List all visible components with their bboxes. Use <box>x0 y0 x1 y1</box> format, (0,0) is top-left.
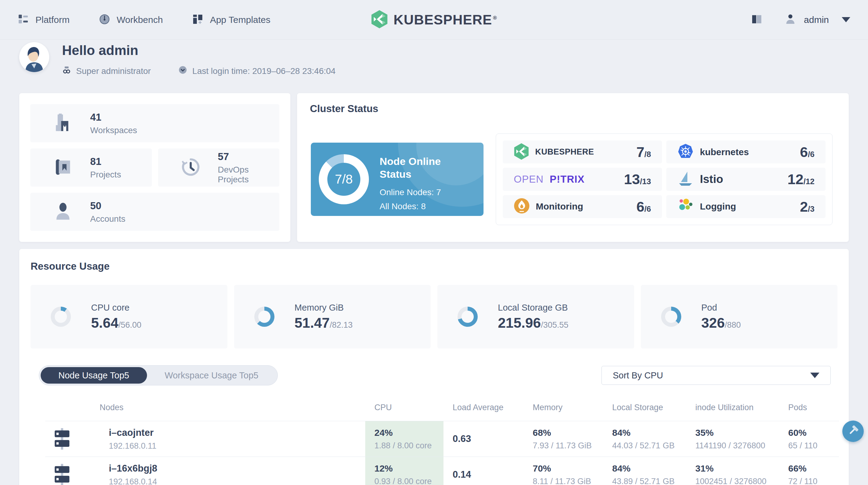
memory-cell: 70% 8.11 / 11.73 GiB <box>524 457 603 485</box>
cpu-percent: 12% <box>374 463 443 474</box>
service-name: kubernetes <box>700 147 749 157</box>
inode-percent: 31% <box>695 463 779 474</box>
service-name: Istio <box>700 173 723 186</box>
stat-devops-projects[interactable]: 57 DevOps Projects <box>158 149 280 187</box>
nav-platform[interactable]: Platform <box>18 14 70 26</box>
platform-icon <box>18 14 29 26</box>
last-login-label: Last login time: 2019–06–28 23:46:04 <box>192 66 336 76</box>
node-ip: 192.168.0.14 <box>88 477 365 485</box>
metric-label: CPU core <box>91 303 142 313</box>
col-cpu: CPU <box>365 403 443 412</box>
col-nodes: Nodes <box>79 403 365 412</box>
load-average-cell: 0.63 <box>443 421 524 457</box>
registered-mark: ® <box>493 15 497 21</box>
metric-total: /880 <box>725 320 741 330</box>
load-average-cell: 0.14 <box>443 457 524 485</box>
resource-usage-title: Resource Usage <box>31 261 110 272</box>
kubernetes-icon <box>677 143 694 161</box>
inode-cell: 35% 1141190 / 3276800 <box>686 421 779 457</box>
metric-total: /305.55 <box>541 320 568 330</box>
node-server-icon <box>45 421 79 457</box>
service-monitoring: Monitoring 6/6 <box>503 195 662 218</box>
metric-pod: Pod 326/880 <box>641 285 838 349</box>
service-count: 7 <box>636 143 644 160</box>
istio-sailboat-icon <box>677 170 694 188</box>
toolbox-fab-button[interactable] <box>842 421 864 442</box>
service-total: /12 <box>804 177 814 186</box>
storage-detail: 43.89 / 52.71 GB <box>612 477 686 485</box>
role-icon <box>62 65 71 77</box>
stat-value: 50 <box>90 200 125 212</box>
load-average-value: 0.14 <box>453 469 524 480</box>
docs-book-icon[interactable] <box>751 13 763 27</box>
nav-workbench[interactable]: Workbench <box>99 14 163 26</box>
prometheus-flame-icon <box>514 198 530 215</box>
chevron-down-icon <box>842 17 850 22</box>
service-total: /6 <box>808 150 814 159</box>
tab-node-usage-top5[interactable]: Node Usage Top5 <box>41 367 147 384</box>
stat-value: 41 <box>90 111 137 123</box>
inode-percent: 35% <box>695 428 779 438</box>
components-status-panel: KUBESPHERE 7/8 kubernetes 6/6 OPENP!TRIX… <box>496 133 833 225</box>
service-kubesphere: KUBESPHERE 7/8 <box>503 140 662 163</box>
chevron-down-icon <box>810 373 819 378</box>
tab-workspace-usage-top5[interactable]: Workspace Usage Top5 <box>147 367 276 384</box>
stat-accounts[interactable]: 50 Accounts <box>30 193 279 231</box>
service-name: Logging <box>700 201 736 212</box>
table-row[interactable]: i–16x6bgj8 192.168.0.14 12% 0.93 / 8.00 … <box>45 457 839 485</box>
stat-label: Projects <box>90 170 121 180</box>
service-name-bold: P!TRIX <box>550 173 585 185</box>
resource-metrics: CPU core 5.64/56.00 Memory GiB 51.47/82.… <box>31 285 837 349</box>
node-name: i–caojnter <box>88 427 365 438</box>
nav-workbench-label: Workbench <box>117 15 163 25</box>
node-online-ratio: 7/8 <box>319 154 369 204</box>
kubesphere-icon <box>514 143 529 161</box>
node-online-title: Node Online Status <box>380 155 468 181</box>
storage-percent: 84% <box>612 463 686 474</box>
node-cell: i–caojnter 192.168.0.11 <box>79 421 365 457</box>
table-row[interactable]: i–caojnter 192.168.0.11 24% 1.88 / 8.00 … <box>45 421 839 457</box>
service-openpitrix: OPENP!TRIX 13/13 <box>503 168 662 191</box>
cpu-detail: 0.93 / 8.00 core <box>374 477 443 485</box>
memory-detail: 7.93 / 11.73 GiB <box>533 441 603 451</box>
pod-donut <box>661 306 681 327</box>
metric-used: 5.64 <box>91 315 119 331</box>
stat-workspaces[interactable]: 41 Workspaces <box>30 104 279 142</box>
user-menu[interactable]: admin <box>784 13 850 27</box>
metric-label: Pod <box>702 303 741 313</box>
local-storage-cell: 84% 44.03 / 52.71 GB <box>603 421 686 457</box>
avatar <box>19 42 49 72</box>
main-nav: Platform Workbench App Templates <box>18 14 271 26</box>
sort-by-dropdown[interactable]: Sort By CPU <box>601 366 831 385</box>
cpu-donut <box>51 306 71 327</box>
hero-text: Hello admin Super administrator Last log… <box>62 42 336 77</box>
metric-label: Memory GiB <box>294 303 353 313</box>
all-nodes-label: All Nodes: 8 <box>380 199 468 214</box>
resource-usage-card: Resource Usage CPU core 5.64/56.00 Memor… <box>19 249 849 485</box>
service-kubernetes: kubernetes 6/6 <box>666 140 826 163</box>
metric-used: 51.47 <box>294 315 330 331</box>
node-usage-table: Nodes CPU Load Average Memory Local Stor… <box>45 394 839 485</box>
pods-detail: 65 / 110 <box>788 441 839 451</box>
hero-header: Hello admin Super administrator Last log… <box>19 42 336 77</box>
cpu-detail: 1.88 / 8.00 core <box>374 441 443 451</box>
login-check-icon <box>178 65 187 77</box>
storage-percent: 84% <box>612 428 686 438</box>
greeting-title: Hello admin <box>62 43 336 58</box>
table-header-row: Nodes CPU Load Average Memory Local Stor… <box>45 394 839 421</box>
pods-percent: 60% <box>788 428 839 438</box>
kubesphere-logo[interactable]: KUBESPHERE® <box>371 0 497 40</box>
service-name-light: OPEN <box>514 173 544 185</box>
nav-app-templates[interactable]: App Templates <box>192 14 271 26</box>
stat-value: 81 <box>90 156 121 167</box>
workspaces-icon <box>54 113 72 133</box>
sort-by-value: Sort By CPU <box>613 370 663 381</box>
service-count: 6 <box>636 198 644 215</box>
memory-percent: 68% <box>533 428 603 438</box>
stat-label: Workspaces <box>90 126 137 135</box>
node-server-icon <box>45 457 79 485</box>
metric-label: Local Storage GB <box>498 303 568 313</box>
service-total: /3 <box>808 204 814 214</box>
stat-projects[interactable]: 81 Projects <box>30 149 152 187</box>
cluster-status-card: Cluster Status 7/8 Node Online Status On… <box>297 93 849 242</box>
